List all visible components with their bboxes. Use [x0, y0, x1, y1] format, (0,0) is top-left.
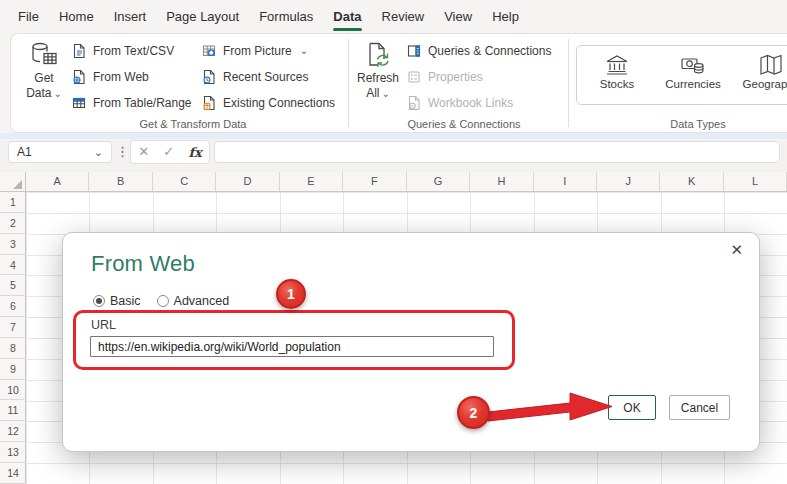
tab-insert[interactable]: Insert	[114, 9, 147, 24]
row-header-8[interactable]: 8	[0, 338, 26, 359]
url-input[interactable]	[90, 336, 494, 357]
get-data-button[interactable]: Get Data⌄	[21, 38, 67, 128]
ribbon-tab-strip: File Home Insert Page Layout Formulas Da…	[0, 0, 787, 33]
column-headers: ABCDEFGHIJKL	[0, 172, 787, 192]
column-header-C[interactable]: C	[153, 172, 216, 191]
row-header-9[interactable]: 9	[0, 359, 26, 380]
advanced-radio[interactable]	[157, 295, 169, 307]
column-header-J[interactable]: J	[597, 172, 660, 191]
tab-review[interactable]: Review	[382, 9, 425, 24]
group-label-data-types: Data Types	[670, 118, 725, 130]
from-picture-button[interactable]: From Picture ⌄	[201, 42, 308, 60]
currencies-icon	[680, 53, 706, 77]
cancel-icon[interactable]: ✕	[138, 141, 149, 163]
group-label-queries-connections: Queries & Connections	[407, 118, 520, 130]
close-icon[interactable]: ✕	[730, 241, 743, 259]
tab-help[interactable]: Help	[492, 9, 519, 24]
existing-connections-button[interactable]: Existing Connections	[201, 94, 335, 112]
name-box[interactable]: A1 ⌄	[8, 141, 112, 163]
row-header-13[interactable]: 13	[0, 442, 26, 463]
enter-icon[interactable]: ✓	[163, 141, 174, 163]
group-label-get-transform: Get & Transform Data	[140, 118, 247, 130]
get-data-icon	[29, 41, 59, 69]
existing-connections-label: Existing Connections	[223, 96, 335, 110]
geography-icon	[758, 53, 784, 77]
row-header-3[interactable]: 3	[0, 234, 26, 255]
formula-input[interactable]	[214, 141, 780, 163]
from-web-dialog: ✕ From Web Basic Advanced URL OK Cancel	[62, 232, 760, 452]
from-picture-icon	[201, 43, 217, 59]
properties-label: Properties	[428, 70, 483, 84]
column-header-B[interactable]: B	[89, 172, 152, 191]
from-picture-label: From Picture	[223, 44, 292, 58]
formula-buttons: ✕ ✓ fx	[130, 140, 210, 164]
column-header-K[interactable]: K	[661, 172, 724, 191]
column-header-F[interactable]: F	[343, 172, 406, 191]
tab-page-layout[interactable]: Page Layout	[166, 9, 239, 24]
select-all-corner[interactable]	[0, 172, 26, 191]
basic-radio[interactable]	[93, 295, 105, 307]
row-header-2[interactable]: 2	[0, 213, 26, 234]
row-header-4[interactable]: 4	[0, 255, 26, 276]
column-header-L[interactable]: L	[724, 172, 787, 191]
chevron-down-icon[interactable]: ⌄	[94, 146, 103, 159]
geography-button[interactable]: Geography	[733, 46, 787, 104]
insert-function-button[interactable]: fx	[189, 145, 202, 160]
row-header-12[interactable]: 12	[0, 421, 26, 442]
from-web-button[interactable]: From Web	[71, 68, 149, 86]
queries-connections-label: Queries & Connections	[428, 44, 551, 58]
row-header-7[interactable]: 7	[0, 317, 26, 338]
row-headers: 1234567891011121314	[0, 192, 26, 484]
row-header-6[interactable]: 6	[0, 296, 26, 317]
tab-formulas[interactable]: Formulas	[259, 9, 313, 24]
excel-window: File Home Insert Page Layout Formulas Da…	[0, 0, 787, 484]
column-header-D[interactable]: D	[216, 172, 279, 191]
ok-button[interactable]: OK	[608, 395, 656, 420]
tab-data[interactable]: Data	[333, 9, 361, 24]
row-header-11[interactable]: 11	[0, 400, 26, 421]
stocks-icon	[604, 53, 630, 77]
cancel-button[interactable]: Cancel	[669, 395, 730, 420]
geography-label: Geography	[733, 78, 787, 90]
recent-sources-label: Recent Sources	[223, 70, 308, 84]
basic-radio-option[interactable]: Basic	[93, 294, 141, 308]
advanced-radio-option[interactable]: Advanced	[157, 294, 230, 308]
stocks-button[interactable]: Stocks	[587, 46, 647, 104]
from-table-range-button[interactable]: From Table/Range	[71, 94, 192, 112]
from-text-csv-button[interactable]: From Text/CSV	[71, 42, 174, 60]
get-data-label-1: Get	[21, 71, 67, 86]
workbook-links-button[interactable]: Workbook Links	[406, 94, 513, 112]
workbook-links-label: Workbook Links	[428, 96, 513, 110]
annotation-step-2-badge: 2	[457, 396, 490, 429]
refresh-all-icon	[364, 41, 392, 69]
column-header-E[interactable]: E	[280, 172, 343, 191]
row-header-1[interactable]: 1	[0, 192, 26, 213]
from-table-range-label: From Table/Range	[93, 96, 192, 110]
column-header-I[interactable]: I	[534, 172, 597, 191]
tab-file[interactable]: File	[18, 9, 39, 24]
from-text-csv-icon	[71, 43, 87, 59]
workbook-links-icon	[406, 95, 422, 111]
get-data-label-2: Data	[26, 86, 51, 100]
separator-dots-icon: ⋮	[116, 142, 129, 162]
existing-connections-icon	[201, 95, 217, 111]
annotation-step-2-number: 2	[470, 405, 478, 421]
refresh-all-button[interactable]: Refresh All⌄	[355, 38, 401, 128]
data-types-gallery: Stocks Currencies Geography	[576, 45, 787, 105]
chevron-down-icon: ⌄	[53, 88, 61, 99]
row-header-14[interactable]: 14	[0, 463, 26, 484]
chevron-down-icon: ⌄	[300, 46, 308, 56]
recent-sources-icon	[201, 69, 217, 85]
column-header-A[interactable]: A	[26, 172, 89, 191]
tab-home[interactable]: Home	[59, 9, 94, 24]
properties-button[interactable]: Properties	[406, 68, 483, 86]
currencies-button[interactable]: Currencies	[655, 46, 731, 104]
queries-connections-button[interactable]: Queries & Connections	[406, 42, 551, 60]
column-header-H[interactable]: H	[470, 172, 533, 191]
row-header-10[interactable]: 10	[0, 380, 26, 401]
tab-view[interactable]: View	[444, 9, 472, 24]
column-header-G[interactable]: G	[407, 172, 470, 191]
recent-sources-button[interactable]: Recent Sources	[201, 68, 308, 86]
annotation-step-1-badge: 1	[276, 279, 306, 309]
row-header-5[interactable]: 5	[0, 275, 26, 296]
